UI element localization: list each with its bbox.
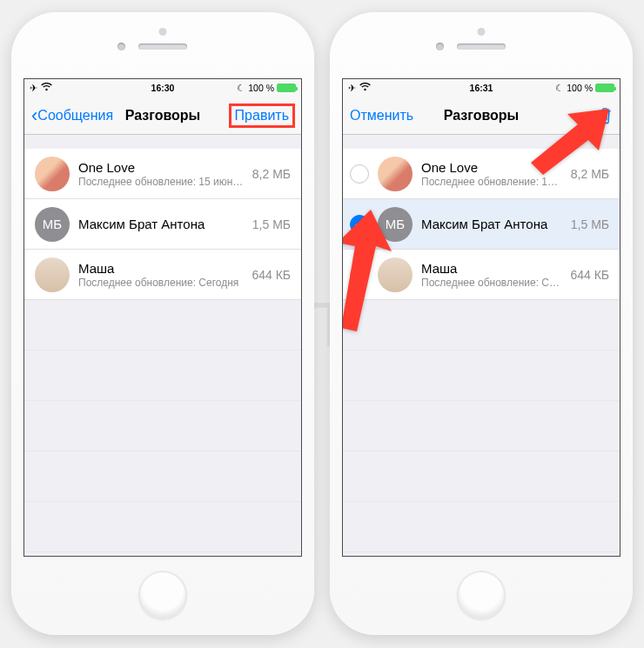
trash-icon bbox=[597, 107, 613, 124]
row-title: Максим Брат Антона bbox=[421, 217, 562, 231]
row-size: 644 КБ bbox=[252, 268, 291, 282]
front-camera bbox=[117, 43, 125, 50]
home-button[interactable] bbox=[138, 571, 187, 619]
conversation-list: One Love Последнее обновление: 15 июн...… bbox=[343, 149, 620, 300]
proximity-sensor bbox=[159, 28, 167, 36]
conversation-row[interactable]: One Love Последнее обновление: 15 июня 2… bbox=[24, 149, 301, 199]
wifi-icon bbox=[359, 83, 371, 93]
avatar bbox=[35, 257, 70, 292]
row-subtitle: Последнее обновление: Сегодня bbox=[78, 277, 243, 289]
conversation-row[interactable]: One Love Последнее обновление: 15 июн...… bbox=[343, 149, 620, 199]
row-size: 8,2 МБ bbox=[252, 167, 291, 181]
row-size: 1,5 МБ bbox=[252, 217, 291, 231]
conversation-row[interactable]: Маша Последнее обновление: Сегодня 644 К… bbox=[343, 250, 620, 300]
row-subtitle: Последнее обновление: 15 июн... bbox=[421, 176, 562, 188]
earpiece-speaker bbox=[457, 43, 506, 50]
battery-icon bbox=[277, 84, 296, 92]
row-size: 8,2 МБ bbox=[571, 167, 609, 181]
row-title: One Love bbox=[421, 160, 562, 175]
checkmark-icon bbox=[354, 219, 365, 230]
nav-bar: ‹ Сообщения Разговоры Править bbox=[24, 97, 301, 135]
status-time: 16:31 bbox=[470, 83, 493, 93]
status-time: 16:30 bbox=[151, 83, 175, 93]
iphone-device-left: ✈︎ 16:30 ☾ 100 % ‹ Сообщения Разговоры bbox=[11, 12, 314, 635]
proximity-sensor bbox=[478, 28, 486, 36]
conversation-row[interactable]: Маша Последнее обновление: Сегодня 644 К… bbox=[24, 250, 301, 300]
cancel-button[interactable]: Отменить bbox=[350, 108, 413, 124]
avatar bbox=[378, 157, 413, 191]
status-bar: ✈︎ 16:31 ☾ 100 % bbox=[343, 79, 620, 97]
front-camera bbox=[436, 43, 444, 50]
conversation-list: One Love Последнее обновление: 15 июня 2… bbox=[24, 149, 301, 300]
avatar: МБ bbox=[378, 207, 413, 242]
avatar bbox=[378, 257, 413, 292]
screen-right: ✈︎ 16:31 ☾ 100 % Отменить Разговоры bbox=[342, 78, 621, 557]
battery-percent: 100 % bbox=[567, 83, 593, 93]
avatar bbox=[35, 157, 70, 191]
nav-title: Разговоры bbox=[444, 108, 520, 124]
airplane-mode-icon: ✈︎ bbox=[348, 83, 356, 93]
row-subtitle: Последнее обновление: Сегодня bbox=[421, 277, 561, 289]
nav-back-label: Сообщения bbox=[37, 108, 113, 124]
battery-icon bbox=[595, 84, 614, 92]
wifi-icon bbox=[41, 83, 52, 93]
nav-title: Разговоры bbox=[125, 108, 201, 124]
selection-checkbox[interactable] bbox=[350, 265, 369, 284]
delete-button[interactable] bbox=[597, 107, 613, 124]
iphone-device-right: ✈︎ 16:31 ☾ 100 % Отменить Разговоры bbox=[330, 12, 633, 635]
row-subtitle: Последнее обновление: 15 июня 201.. bbox=[78, 176, 244, 188]
airplane-mode-icon: ✈︎ bbox=[30, 83, 37, 93]
row-title: Маша bbox=[421, 261, 561, 276]
conversation-row[interactable]: МБ Максим Брат Антона 1,5 МБ bbox=[343, 199, 620, 250]
home-button[interactable] bbox=[457, 571, 506, 619]
chevron-left-icon: ‹ bbox=[31, 106, 37, 125]
screen-left: ✈︎ 16:30 ☾ 100 % ‹ Сообщения Разговоры bbox=[23, 78, 302, 557]
row-title: Маша bbox=[78, 261, 243, 276]
status-bar: ✈︎ 16:30 ☾ 100 % bbox=[24, 79, 301, 97]
empty-list-area bbox=[24, 300, 301, 557]
row-size: 1,5 МБ bbox=[571, 217, 609, 231]
dnd-moon-icon: ☾ bbox=[237, 83, 245, 93]
dnd-moon-icon: ☾ bbox=[555, 83, 564, 93]
earpiece-speaker bbox=[138, 43, 187, 50]
nav-bar: Отменить Разговоры bbox=[343, 97, 620, 135]
selection-checkbox[interactable] bbox=[350, 215, 369, 234]
row-title: One Love bbox=[78, 160, 244, 175]
row-title: Максим Брат Антона bbox=[78, 217, 244, 231]
edit-button[interactable]: Править bbox=[230, 104, 294, 127]
avatar: МБ bbox=[35, 207, 70, 242]
row-size: 644 КБ bbox=[570, 268, 609, 282]
selection-checkbox[interactable] bbox=[350, 164, 369, 184]
conversation-row[interactable]: МБ Максим Брат Антона 1,5 МБ bbox=[24, 199, 301, 250]
empty-list-area bbox=[343, 300, 620, 557]
battery-percent: 100 % bbox=[248, 83, 274, 93]
